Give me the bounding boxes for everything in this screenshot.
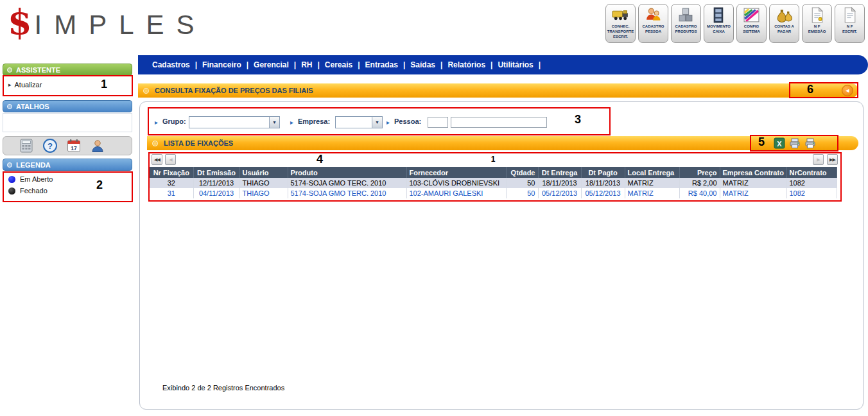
cell-usuario: THIAGO xyxy=(239,178,288,188)
chevron-down-icon: ▼ xyxy=(372,117,382,128)
cell-local-entrega: MATRIZ xyxy=(625,178,679,188)
cell-produto: 5174-SOJA GMO TERC. 2010 xyxy=(288,178,406,188)
user-icon xyxy=(90,138,105,153)
menu-separator: | xyxy=(358,60,360,69)
menu-item-saidas[interactable]: Saídas xyxy=(410,60,435,69)
menu-separator: | xyxy=(440,60,442,69)
atalhos-section-header: ATALHOS xyxy=(3,100,132,112)
assistente-section-header: ASSISTENTE xyxy=(3,64,132,76)
document-icon xyxy=(808,6,826,24)
user-button[interactable] xyxy=(90,138,105,153)
toolbar-button-cadastro-produtos[interactable]: CADASTRO PRODUTOS xyxy=(671,4,701,43)
toolbar-button-label: MOVIMENTO CAIXA xyxy=(707,24,731,35)
column-header: Local Entrega xyxy=(625,167,679,178)
cell-nr-contrato: 1082 xyxy=(786,178,837,188)
column-header: Dt Pagto xyxy=(581,167,625,178)
svg-text:?: ? xyxy=(48,141,53,151)
menu-item-cadastros[interactable]: Cadastros xyxy=(152,60,190,69)
document-icon xyxy=(841,6,858,24)
toolbar-button-nf-escrit[interactable]: N F ESCRIT. xyxy=(835,4,865,43)
records-count-text: Exibindo 2 de 2 Registros Encontrados xyxy=(162,384,284,392)
sidebar-item-atualizar[interactable]: ▸ Atualizar xyxy=(8,81,42,89)
boxes-icon xyxy=(677,6,695,24)
cell-preco: R$ 2,00 xyxy=(679,178,720,188)
application-window: $IMPLES CONHEC. TRANSPORTE ESCRIT. CADAS… xyxy=(0,0,868,416)
legend-item-fechado: Fechado xyxy=(8,187,48,195)
pessoa-name-input[interactable] xyxy=(451,117,547,128)
column-header: NrContrato xyxy=(786,167,837,178)
svg-text:X: X xyxy=(777,140,782,148)
cell-fornecedor: 102-AMAURI GALESKI xyxy=(406,188,506,198)
legenda-title: LEGENDA xyxy=(16,161,51,169)
print-preview-button[interactable] xyxy=(789,137,801,149)
menu-separator: | xyxy=(195,60,197,69)
empresa-label: Empresa: xyxy=(298,117,330,125)
cell-nr-fixacao: 31 xyxy=(150,188,193,198)
cell-dt-emissao: 12/11/2013 xyxy=(193,178,239,188)
toolbar-button-label: N F ESCRIT. xyxy=(842,24,857,35)
menu-item-cereais[interactable]: Cereais xyxy=(325,60,352,69)
truck-icon xyxy=(612,6,629,24)
toolbar-button-label: N F EMISSÃO xyxy=(808,24,826,35)
calculator-button[interactable] xyxy=(19,138,34,153)
cell-nr-fixacao: 32 xyxy=(150,178,193,188)
menu-item-entradas[interactable]: Entradas xyxy=(365,60,398,69)
toolbar-button-contas-a-pagar[interactable]: CONTAS A PAGAR xyxy=(769,4,799,43)
cell-nr-contrato: 1082 xyxy=(786,188,837,198)
menu-item-financeiro[interactable]: Financeiro xyxy=(202,60,241,69)
excel-export-button[interactable]: X xyxy=(774,137,785,149)
palette-icon xyxy=(743,6,760,24)
calendar-button[interactable]: 17 xyxy=(66,138,82,153)
toolbar-button-label: CADASTRO PESSOA xyxy=(643,24,664,35)
back-button[interactable]: ◄ xyxy=(842,85,853,96)
menu-separator: | xyxy=(403,60,405,69)
pessoa-code-input[interactable] xyxy=(428,117,448,128)
menu-item-gerencial[interactable]: Gerencial xyxy=(254,60,289,69)
cell-qtdade: 50 xyxy=(506,188,538,198)
printer-icon xyxy=(789,137,801,149)
menu-item-utilitarios[interactable]: Utilitários xyxy=(498,60,533,69)
help-button[interactable]: ? xyxy=(42,138,58,153)
toolbar-button-config-sistema[interactable]: CONFIG SISTEMA xyxy=(736,4,767,43)
menu-item-rh[interactable]: RH xyxy=(301,60,312,69)
pessoa-label: Pessoa: xyxy=(394,117,421,125)
column-header: Fornecedor xyxy=(406,167,506,178)
cell-empresa-contrato: MATRIZ xyxy=(720,178,786,188)
list-title-bar: LISTA DE FIXAÇÕES xyxy=(147,136,858,150)
toolbar-button-cadastro-pessoa[interactable]: CADASTRO PESSOA xyxy=(638,4,668,43)
column-header: Produto xyxy=(288,167,406,178)
cell-dt-entrega: 05/12/2013 xyxy=(538,188,581,198)
empresa-select[interactable]: ▼ xyxy=(335,116,383,128)
column-header: Nr Fixação xyxy=(150,167,193,178)
grupo-select[interactable]: ▼ xyxy=(189,116,280,128)
column-header: Usuário xyxy=(239,167,288,178)
table-header-row: Nr Fixação Dt Emissão Usuário Produto Fo… xyxy=(150,167,837,178)
legend-label: Fechado xyxy=(20,187,48,195)
main-menu-bar: Cadastros| Financeiro| Gerencial| RH| Ce… xyxy=(138,55,868,74)
people-icon xyxy=(645,6,662,24)
toolbar-button-label: CONTAS A PAGAR xyxy=(774,24,794,35)
menu-item-relatorios[interactable]: Relatórios xyxy=(447,60,485,69)
assistente-title: ASSISTENTE xyxy=(16,66,60,74)
menu-separator: | xyxy=(247,60,248,69)
open-status-dot-icon xyxy=(8,176,15,183)
cell-qtdade: 50 xyxy=(506,178,538,188)
page-title-bar: CONSULTA FIXAÇÃO DE PREÇOS DAS FILIAIS ◄ xyxy=(138,83,858,98)
page-title: CONSULTA FIXAÇÃO DE PREÇOS DAS FILIAIS xyxy=(155,87,313,94)
toolbar-button-conhec-transporte-escrit[interactable]: CONHEC. TRANSPORTE ESCRIT. xyxy=(605,4,636,43)
bullet-icon xyxy=(7,162,12,168)
table-row[interactable]: 31 04/11/2013 THIAGO 5174-SOJA GMO TERC.… xyxy=(150,188,837,198)
current-page-number: 1 xyxy=(150,155,837,164)
column-header: Dt Entrega xyxy=(538,167,581,178)
atualizar-label: Atualizar xyxy=(15,81,42,89)
toolbar-button-movimento-caixa[interactable]: MOVIMENTO CAIXA xyxy=(704,4,734,43)
print-button[interactable] xyxy=(804,137,816,149)
toolbar-button-label: CADASTRO PRODUTOS xyxy=(675,24,697,35)
logo-dollar-icon: $ xyxy=(8,1,32,42)
column-header: Empresa Contrato xyxy=(720,167,786,178)
menu-separator: | xyxy=(539,60,541,69)
cell-dt-pagto: 05/12/2013 xyxy=(581,188,625,198)
table-row[interactable]: 32 12/11/2013 THIAGO 5174-SOJA GMO TERC.… xyxy=(150,178,837,188)
toolbar-button-nf-emissao[interactable]: N F EMISSÃO xyxy=(802,4,832,43)
filter-arrow-icon: ▸ xyxy=(290,119,293,126)
